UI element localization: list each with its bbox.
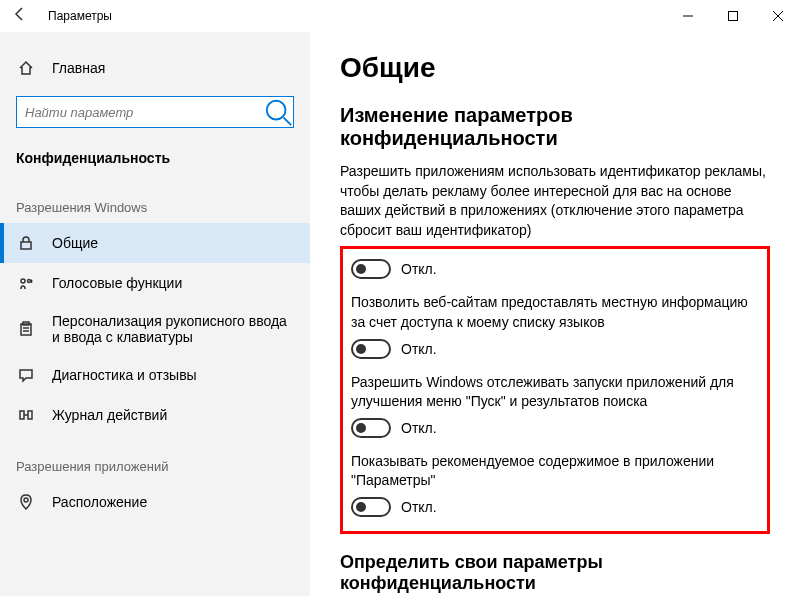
toggle-app-launches[interactable] xyxy=(351,418,391,438)
svg-rect-14 xyxy=(28,411,32,419)
sidebar-item-general[interactable]: Общие xyxy=(0,223,310,263)
search-box[interactable] xyxy=(16,96,294,128)
highlight-box: Откл. Позволить веб-сайтам предоставлять… xyxy=(340,246,770,534)
sidebar-item-label: Расположение xyxy=(52,494,294,510)
maximize-button[interactable] xyxy=(710,0,755,32)
toggle-suggested-content[interactable] xyxy=(351,497,391,517)
toggle-websites-lang[interactable] xyxy=(351,339,391,359)
setting-desc: Разрешить Windows отслеживать запуски пр… xyxy=(351,373,759,412)
minimize-button[interactable] xyxy=(665,0,710,32)
svg-point-8 xyxy=(28,280,31,283)
sidebar-home[interactable]: Главная xyxy=(0,52,310,84)
toggle-state: Откл. xyxy=(401,420,437,436)
sidebar-group-apps: Разрешения приложений xyxy=(0,435,310,482)
svg-rect-1 xyxy=(728,12,737,21)
toggle-state: Откл. xyxy=(401,341,437,357)
sidebar-item-label: Общие xyxy=(52,235,294,251)
location-icon xyxy=(16,494,36,510)
sidebar-item-diagnostics[interactable]: Диагностика и отзывы xyxy=(0,355,310,395)
sidebar: Главная Конфиденциальность Разрешения Wi… xyxy=(0,32,310,596)
toggle-state: Откл. xyxy=(401,261,437,277)
svg-line-5 xyxy=(284,118,292,126)
clipboard-icon xyxy=(16,321,36,337)
svg-point-7 xyxy=(21,279,25,283)
sidebar-item-label: Диагностика и отзывы xyxy=(52,367,294,383)
titlebar: Параметры xyxy=(0,0,800,32)
toggle-ad-id[interactable] xyxy=(351,259,391,279)
search-input[interactable] xyxy=(17,105,263,120)
main-content: Общие Изменение параметров конфиденциаль… xyxy=(310,32,800,596)
setting-desc: Показывать рекомендуемое содержимое в пр… xyxy=(351,452,759,491)
activity-icon xyxy=(16,407,36,423)
setting-desc: Разрешить приложениям использовать идент… xyxy=(340,162,770,240)
svg-point-16 xyxy=(24,498,28,502)
setting-desc: Позволить веб-сайтам предоставлять местн… xyxy=(351,293,759,332)
section-heading-2: Определить свои параметры конфиденциальн… xyxy=(340,552,770,594)
toggle-state: Откл. xyxy=(401,499,437,515)
section-heading: Изменение параметров конфиденциальности xyxy=(340,104,770,150)
back-button[interactable] xyxy=(0,6,40,26)
svg-rect-13 xyxy=(20,411,24,419)
search-icon xyxy=(263,97,293,127)
svg-rect-6 xyxy=(21,242,31,249)
sidebar-item-inking[interactable]: Персонализация рукописного ввода и ввода… xyxy=(0,303,310,355)
sidebar-item-label: Журнал действий xyxy=(52,407,294,423)
sidebar-item-label: Персонализация рукописного ввода и ввода… xyxy=(52,313,294,345)
feedback-icon xyxy=(16,367,36,383)
sidebar-item-speech[interactable]: Голосовые функции xyxy=(0,263,310,303)
home-icon xyxy=(16,60,36,76)
sidebar-group-windows: Разрешения Windows xyxy=(0,176,310,223)
sidebar-item-activity[interactable]: Журнал действий xyxy=(0,395,310,435)
sidebar-home-label: Главная xyxy=(52,60,105,76)
window-title: Параметры xyxy=(48,9,112,23)
sidebar-section-title: Конфиденциальность xyxy=(0,140,310,176)
speech-icon xyxy=(16,275,36,291)
lock-icon xyxy=(16,235,36,251)
svg-point-4 xyxy=(267,101,286,120)
sidebar-item-location[interactable]: Расположение xyxy=(0,482,310,522)
close-button[interactable] xyxy=(755,0,800,32)
page-title: Общие xyxy=(340,52,770,84)
sidebar-item-label: Голосовые функции xyxy=(52,275,294,291)
